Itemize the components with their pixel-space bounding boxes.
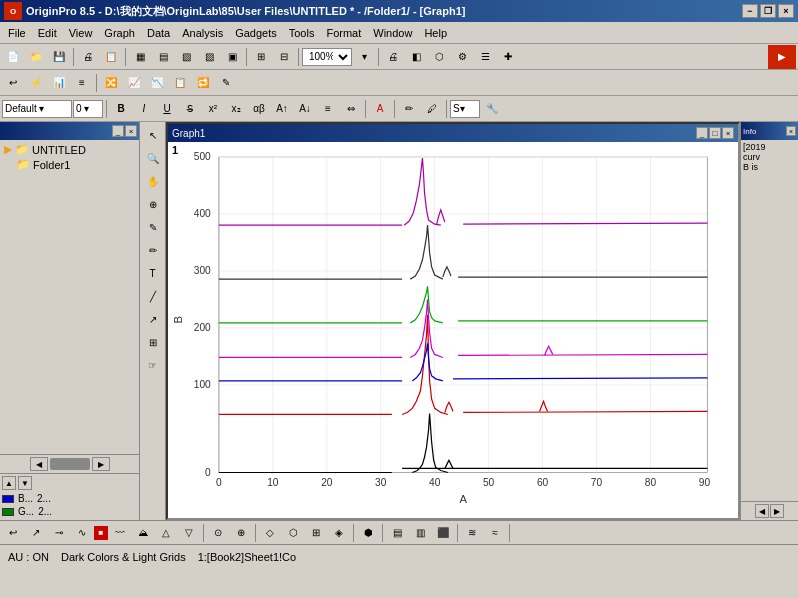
print-button[interactable]: 🖨 bbox=[77, 46, 99, 68]
draw-tool[interactable]: ✏ bbox=[142, 239, 164, 261]
menu-item-window[interactable]: Window bbox=[367, 25, 418, 41]
restore-button[interactable]: ❐ bbox=[760, 4, 776, 18]
color-button[interactable]: A bbox=[369, 98, 391, 120]
bt-icon-3[interactable]: ⊸ bbox=[48, 522, 70, 544]
menu-item-view[interactable]: View bbox=[63, 25, 99, 41]
bt-icon-12[interactable]: ⬡ bbox=[282, 522, 304, 544]
pan-tool[interactable]: ✋ bbox=[142, 170, 164, 192]
bt-icon-2[interactable]: ↗ bbox=[25, 522, 47, 544]
tb-icon-3[interactable]: ▧ bbox=[175, 46, 197, 68]
zoom-select[interactable]: 100% bbox=[302, 48, 352, 66]
tb-icon-12[interactable]: ☰ bbox=[474, 46, 496, 68]
tb2-icon-7[interactable]: 📉 bbox=[146, 72, 168, 94]
tb-icon-9[interactable]: ◧ bbox=[405, 46, 427, 68]
tb-icon-7[interactable]: ⊟ bbox=[273, 46, 295, 68]
left-panel-close[interactable]: × bbox=[125, 125, 137, 137]
menu-item-format[interactable]: Format bbox=[320, 25, 367, 41]
fmt-icon-3[interactable]: 🔧 bbox=[481, 98, 503, 120]
tb-icon-14[interactable]: ▶ bbox=[768, 45, 796, 69]
new-file-button[interactable]: 📄 bbox=[2, 46, 24, 68]
tb-icon-11[interactable]: ⚙ bbox=[451, 46, 473, 68]
zoom-dropdown[interactable]: ▾ bbox=[353, 46, 375, 68]
menu-item-graph[interactable]: Graph bbox=[98, 25, 141, 41]
tb-icon-4[interactable]: ▨ bbox=[198, 46, 220, 68]
font-dropdown[interactable]: Default ▾ bbox=[2, 100, 72, 118]
left-panel-min[interactable]: _ bbox=[112, 125, 124, 137]
data-reader-tool[interactable]: ⊕ bbox=[142, 193, 164, 215]
fmt-icon-1[interactable]: ✏ bbox=[398, 98, 420, 120]
bt-icon-6[interactable]: ⛰ bbox=[132, 522, 154, 544]
bt-icon-10[interactable]: ⊕ bbox=[230, 522, 252, 544]
tb2-icon-6[interactable]: 📈 bbox=[123, 72, 145, 94]
bt-icon-15[interactable]: ⬢ bbox=[357, 522, 379, 544]
font-smaller-button[interactable]: A↓ bbox=[294, 98, 316, 120]
menu-item-tools[interactable]: Tools bbox=[283, 25, 321, 41]
open-button[interactable]: 📁 bbox=[25, 46, 47, 68]
spacing-button[interactable]: ⇔ bbox=[340, 98, 362, 120]
right-scroll-left[interactable]: ◀ bbox=[755, 504, 769, 518]
tb-icon-5[interactable]: ▣ bbox=[221, 46, 243, 68]
graph-close-btn[interactable]: × bbox=[722, 127, 734, 139]
save-button[interactable]: 💾 bbox=[48, 46, 70, 68]
tree-scroll-right[interactable]: ▶ bbox=[92, 457, 110, 471]
lower-scroll-dn[interactable]: ▼ bbox=[18, 476, 32, 490]
italic-button[interactable]: I bbox=[133, 98, 155, 120]
tb2-icon-4[interactable]: ≡ bbox=[71, 72, 93, 94]
text-tool[interactable]: T bbox=[142, 262, 164, 284]
bt-icon-11[interactable]: ◇ bbox=[259, 522, 281, 544]
tree-item-folder1[interactable]: 📁 Folder1 bbox=[2, 157, 137, 172]
line-tool[interactable]: ╱ bbox=[142, 285, 164, 307]
bt-icon-1[interactable]: ↩ bbox=[2, 522, 24, 544]
bt-select-1[interactable]: ■ bbox=[94, 526, 108, 540]
menu-item-help[interactable]: Help bbox=[418, 25, 453, 41]
style-dropdown[interactable]: S▾ bbox=[450, 100, 480, 118]
scale-tool[interactable]: ⊞ bbox=[142, 331, 164, 353]
menu-item-gadgets[interactable]: Gadgets bbox=[229, 25, 283, 41]
annotation-tool[interactable]: ✎ bbox=[142, 216, 164, 238]
special-char-button[interactable]: αβ bbox=[248, 98, 270, 120]
tb2-icon-1[interactable]: ↩ bbox=[2, 72, 24, 94]
font-larger-button[interactable]: A↑ bbox=[271, 98, 293, 120]
bt-icon-14[interactable]: ◈ bbox=[328, 522, 350, 544]
bold-button[interactable]: B bbox=[110, 98, 132, 120]
lower-scroll-up[interactable]: ▲ bbox=[2, 476, 16, 490]
bt-icon-17[interactable]: ▥ bbox=[409, 522, 431, 544]
hand-tool[interactable]: ☞ bbox=[142, 354, 164, 376]
tb-icon-6[interactable]: ⊞ bbox=[250, 46, 272, 68]
strikethrough-button[interactable]: S̶ bbox=[179, 98, 201, 120]
superscript-button[interactable]: x² bbox=[202, 98, 224, 120]
tb2-icon-8[interactable]: 📋 bbox=[169, 72, 191, 94]
tb2-icon-3[interactable]: 📊 bbox=[48, 72, 70, 94]
graph-min-btn[interactable]: _ bbox=[696, 127, 708, 139]
fmt-icon-2[interactable]: 🖊 bbox=[421, 98, 443, 120]
bt-icon-20[interactable]: ≈ bbox=[484, 522, 506, 544]
tb-icon-13[interactable]: ✚ bbox=[497, 46, 519, 68]
underline-button[interactable]: U bbox=[156, 98, 178, 120]
pointer-tool[interactable]: ↖ bbox=[142, 124, 164, 146]
tb-icon-2[interactable]: ▤ bbox=[152, 46, 174, 68]
bt-icon-5[interactable]: 〰 bbox=[109, 522, 131, 544]
minimize-button[interactable]: − bbox=[742, 4, 758, 18]
bt-icon-16[interactable]: ▤ bbox=[386, 522, 408, 544]
bt-icon-19[interactable]: ≋ bbox=[461, 522, 483, 544]
font-size-dropdown[interactable]: 0 ▾ bbox=[73, 100, 103, 118]
titlebar-controls[interactable]: − ❐ × bbox=[742, 4, 794, 18]
bt-icon-9[interactable]: ⊙ bbox=[207, 522, 229, 544]
bt-icon-13[interactable]: ⊞ bbox=[305, 522, 327, 544]
tb2-icon-5[interactable]: 🔀 bbox=[100, 72, 122, 94]
tree-scrollbar[interactable] bbox=[50, 458, 90, 470]
copy-button[interactable]: 📋 bbox=[100, 46, 122, 68]
bt-icon-7[interactable]: △ bbox=[155, 522, 177, 544]
tree-scroll-left[interactable]: ◀ bbox=[30, 457, 48, 471]
menu-item-edit[interactable]: Edit bbox=[32, 25, 63, 41]
align-left-button[interactable]: ≡ bbox=[317, 98, 339, 120]
close-button[interactable]: × bbox=[778, 4, 794, 18]
arrow-tool[interactable]: ↗ bbox=[142, 308, 164, 330]
right-panel-close[interactable]: × bbox=[786, 126, 796, 136]
tb-icon-8[interactable]: 🖨 bbox=[382, 46, 404, 68]
graph-content[interactable]: 1 bbox=[168, 142, 738, 518]
tb2-icon-10[interactable]: ✎ bbox=[215, 72, 237, 94]
graph-restore-btn[interactable]: □ bbox=[709, 127, 721, 139]
tree-item-untitled[interactable]: ▶ 📁 UNTITLED bbox=[2, 142, 137, 157]
bt-icon-8[interactable]: ▽ bbox=[178, 522, 200, 544]
